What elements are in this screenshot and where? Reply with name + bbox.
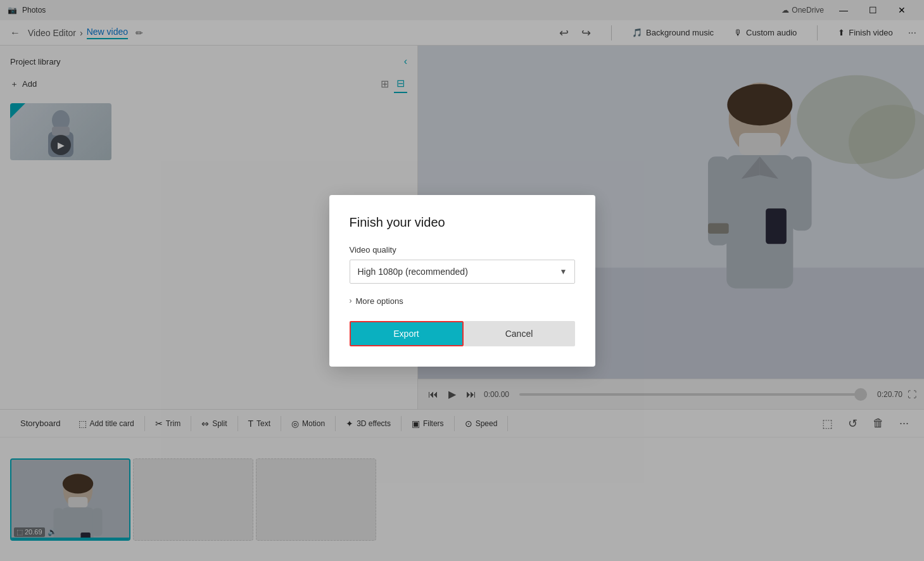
- more-options-toggle[interactable]: › More options: [350, 296, 575, 306]
- export-button[interactable]: Export: [350, 321, 464, 346]
- finish-video-modal: Finish your video Video quality High 108…: [329, 195, 595, 367]
- quality-label: Video quality: [350, 245, 575, 255]
- chevron-right-icon: ›: [350, 296, 352, 305]
- modal-actions: Export Cancel: [350, 321, 575, 346]
- quality-select-wrapper: High 1080p (recommended) Medium 720p Low…: [350, 260, 575, 284]
- quality-select[interactable]: High 1080p (recommended) Medium 720p Low…: [350, 260, 575, 284]
- cancel-button[interactable]: Cancel: [464, 321, 575, 346]
- modal-title: Finish your video: [350, 215, 575, 230]
- modal-overlay: Finish your video Video quality High 108…: [0, 0, 924, 561]
